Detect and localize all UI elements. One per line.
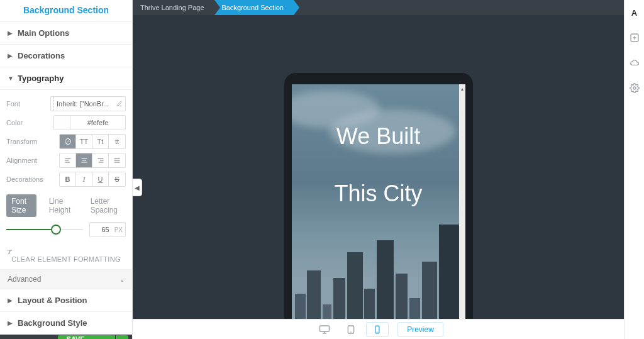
- panel-layout-position[interactable]: ▶ Layout & Position: [0, 289, 132, 312]
- tab-font-size[interactable]: Font Size: [6, 194, 36, 217]
- breadcrumbs: Thrive Landing Page Background Section: [133, 0, 624, 15]
- panel-label: Main Options: [18, 28, 69, 38]
- hero-line2: This City: [292, 179, 465, 209]
- font-size-unit: PX: [112, 226, 125, 233]
- scroll-up-icon: ▴: [459, 84, 465, 93]
- panel-label: Typography: [18, 74, 64, 83]
- crumb-background-section[interactable]: Background Section: [214, 0, 294, 15]
- history-icon[interactable]: [4, 335, 21, 339]
- panel-typography[interactable]: ▼ Typography: [0, 67, 132, 90]
- panel-background-style[interactable]: ▶ Background Style: [0, 312, 132, 335]
- svg-rect-19: [320, 326, 330, 331]
- chevron-right-icon: ▶: [8, 297, 14, 304]
- align-center[interactable]: [76, 153, 92, 167]
- hero-text[interactable]: We Built This City: [292, 122, 465, 209]
- bottom-bar: SAVE WORK ⌃: [0, 335, 132, 339]
- device-tablet[interactable]: [340, 322, 362, 337]
- decorations-label: Decorations: [6, 175, 50, 183]
- pencil-icon: [116, 101, 123, 107]
- typography-body: Font Inherit: ["NonBr... Color #fefefe T…: [0, 90, 132, 269]
- advanced-toggle[interactable]: Advanced ⌄: [0, 269, 132, 289]
- transform-cap[interactable]: Tt: [92, 135, 109, 148]
- chevron-down-icon: ▼: [8, 75, 14, 82]
- add-icon[interactable]: [625, 25, 644, 50]
- font-size-slider[interactable]: [6, 223, 83, 236]
- clear-formatting[interactable]: CLEAR ELEMENT FORMATTING: [6, 242, 126, 269]
- transform-upper[interactable]: TT: [76, 135, 92, 148]
- panel-decorations[interactable]: ▶ Decorations: [0, 45, 132, 67]
- font-label: Font: [6, 100, 50, 108]
- color-value: #fefefe: [70, 119, 125, 126]
- preview-button[interactable]: Preview: [397, 322, 443, 337]
- save-button[interactable]: SAVE WORK: [58, 335, 115, 339]
- align-justify[interactable]: [109, 153, 125, 167]
- typography-tabs: Font Size Line Height Letter Spacing: [6, 189, 126, 220]
- panel-label: Decorations: [18, 51, 65, 60]
- chevron-right-icon: ▶: [8, 52, 14, 59]
- tab-line-height[interactable]: Line Height: [44, 194, 78, 217]
- color-input[interactable]: #fefefe: [53, 115, 126, 130]
- tab-letter-spacing[interactable]: Letter Spacing: [86, 194, 126, 217]
- device-mobile[interactable]: [366, 322, 389, 337]
- transform-label: Transform: [6, 138, 50, 145]
- right-rail: A: [624, 0, 644, 339]
- font-value: Inherit: ["NonBr...: [57, 100, 114, 108]
- sidebar-collapse-handle[interactable]: ◀: [133, 179, 142, 196]
- svg-point-18: [633, 87, 636, 89]
- alignment-label: Alignment: [6, 157, 50, 164]
- deco-underline[interactable]: U: [92, 172, 109, 186]
- canvas: ◀: [133, 15, 624, 339]
- svg-line-1: [66, 140, 70, 143]
- deco-italic[interactable]: I: [76, 172, 92, 186]
- align-right[interactable]: [92, 153, 109, 167]
- font-size-value: 65: [90, 226, 112, 233]
- chevron-right-icon: ▶: [8, 30, 14, 36]
- sidebar: Background Section ▶ Main Options ▶ Deco…: [0, 0, 133, 339]
- panel-main-options[interactable]: ▶ Main Options: [0, 22, 132, 45]
- color-label: Color: [6, 119, 50, 126]
- footer: Preview: [133, 319, 624, 339]
- alignment-group: [59, 153, 126, 168]
- crumb-thrive-landing[interactable]: Thrive Landing Page: [133, 0, 214, 15]
- main-area: Thrive Landing Page Background Section ◀: [133, 0, 624, 339]
- device-desktop[interactable]: [313, 322, 336, 337]
- deco-strike[interactable]: S: [109, 172, 125, 186]
- hero-line1: We Built: [292, 122, 465, 152]
- align-left[interactable]: [60, 153, 76, 167]
- transform-none[interactable]: [60, 135, 76, 148]
- panel-label: Background Style: [18, 318, 87, 328]
- transform-group: TT Tt tt: [59, 134, 126, 149]
- save-expand[interactable]: ⌃: [116, 335, 128, 339]
- transform-lower[interactable]: tt: [109, 135, 125, 148]
- sidebar-title: Background Section: [0, 0, 132, 22]
- gear-icon[interactable]: [625, 75, 644, 101]
- chevron-down-icon: ⌄: [119, 276, 125, 283]
- panel-label: Layout & Position: [18, 296, 87, 305]
- device-frame: We Built This City ▴: [284, 73, 473, 339]
- chevron-right-icon: ▶: [8, 320, 14, 326]
- undo-icon[interactable]: [22, 335, 39, 339]
- font-input[interactable]: Inherit: ["NonBr...: [50, 96, 126, 111]
- decorations-group: B I U S: [59, 172, 126, 187]
- cloud-icon[interactable]: [625, 50, 644, 75]
- font-size-input[interactable]: 65 PX: [89, 222, 126, 237]
- redo-icon[interactable]: [40, 335, 57, 339]
- deco-bold[interactable]: B: [60, 172, 76, 186]
- logo-icon[interactable]: A: [625, 0, 644, 25]
- advanced-label: Advanced: [8, 275, 41, 284]
- inner-scrollbar[interactable]: ▴: [459, 84, 465, 339]
- device-screen[interactable]: We Built This City ▴: [292, 84, 465, 339]
- color-swatch: [54, 116, 70, 130]
